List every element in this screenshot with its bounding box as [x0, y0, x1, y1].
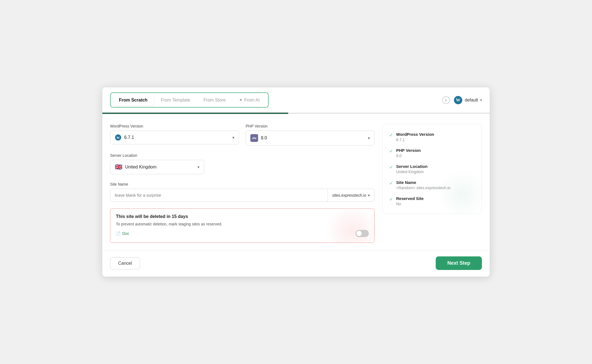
- wordpress-version-value: 6.7.1: [124, 135, 134, 140]
- doc-file-icon: 📄: [116, 231, 121, 236]
- wordpress-version-group: WordPress Version W 6.7.1 ▾: [110, 124, 239, 145]
- summary-php-version-label: PHP Version: [396, 148, 421, 153]
- info-icon[interactable]: i: [442, 96, 450, 104]
- summary-wp-version-label: WordPress Version: [396, 132, 434, 137]
- wordpress-logo: W: [454, 96, 463, 105]
- summary-section: ✓ WordPress Version 6.7.1 ✓ PHP Version …: [382, 124, 482, 243]
- warning-footer: 📄 Doc: [116, 230, 369, 237]
- tab-from-store[interactable]: From Store: [198, 95, 232, 105]
- server-location-group: Server Location 🇬🇧 United Kingdom ▾: [110, 153, 204, 174]
- summary-reserved-value: No: [396, 202, 424, 206]
- server-location-content: 🇬🇧 United Kingdom: [115, 163, 198, 171]
- server-location-select[interactable]: 🇬🇧 United Kingdom ▾: [110, 160, 204, 174]
- domain-value: sites.expresstech.io: [332, 193, 366, 197]
- wp-version-icon: W: [115, 134, 121, 141]
- summary-site-name-label: Site Name: [396, 180, 450, 185]
- check-icon-php: ✓: [389, 149, 393, 154]
- doc-label: Doc: [122, 231, 129, 236]
- summary-item-server-location: ✓ Server Location United Kingdom: [389, 164, 475, 174]
- site-name-group: Site Name sites.expresstech.io ▾: [110, 182, 375, 202]
- site-selector-chevron: ▾: [480, 98, 482, 102]
- tab-from-template[interactable]: From Template: [155, 95, 196, 105]
- summary-item-wp-version: ✓ WordPress Version 6.7.1: [389, 132, 475, 142]
- warning-box: This site will be deleted in 15 days To …: [110, 208, 375, 243]
- php-version-select[interactable]: php 8.0 ▾: [246, 131, 375, 145]
- summary-server-value: United Kingdom: [396, 170, 427, 174]
- summary-item-reserved: ✓ Reserved Site No: [389, 196, 475, 206]
- php-version-group: PHP Version php 8.0 ▾: [246, 124, 375, 145]
- summary-server-label: Server Location: [396, 164, 427, 169]
- check-icon-reserved: ✓: [389, 197, 393, 202]
- modal-body: WordPress Version W 6.7.1 ▾ PHP Ve: [102, 114, 490, 251]
- server-location-chevron: ▾: [198, 165, 199, 169]
- php-badge-icon: php: [250, 134, 258, 142]
- reserved-site-toggle[interactable]: [355, 230, 369, 237]
- check-icon-site: ✓: [389, 181, 393, 186]
- check-icon-wp: ✓: [389, 132, 393, 138]
- doc-link[interactable]: 📄 Doc: [116, 231, 129, 236]
- site-name-input[interactable]: [110, 189, 328, 201]
- progress-bar: [102, 113, 490, 114]
- site-name-wrapper: sites.expresstech.io ▾: [110, 189, 375, 202]
- site-name-label: Site Name: [110, 182, 375, 186]
- summary-php-version-value: 8.0: [396, 154, 421, 158]
- next-step-button[interactable]: Next Step: [436, 256, 482, 270]
- tab-from-ai[interactable]: ✦ From AI: [233, 95, 266, 105]
- form-section: WordPress Version W 6.7.1 ▾ PHP Ve: [110, 124, 375, 243]
- summary-bg-decoration: [437, 170, 482, 214]
- svg-text:W: W: [456, 98, 460, 102]
- modal-footer: Cancel Next Step: [102, 251, 490, 277]
- tab-from-scratch[interactable]: From Scratch: [113, 95, 154, 105]
- wp-site-selector[interactable]: W default ▾: [454, 96, 482, 105]
- warning-description: To prevent automatic deletion, mark stag…: [116, 221, 369, 227]
- server-location-value: United Kingdom: [125, 165, 157, 170]
- summary-site-name-value: <Random>.sites.expresstech.io: [396, 186, 450, 190]
- php-version-content: php 8.0: [250, 134, 368, 142]
- check-icon-server: ✓: [389, 165, 393, 170]
- wordpress-version-select[interactable]: W 6.7.1 ▾: [110, 131, 239, 144]
- warning-title: This site will be deleted in 15 days: [116, 214, 369, 219]
- modal-header: From Scratch From Template From Store ✦ …: [102, 87, 490, 108]
- wordpress-version-content: W 6.7.1: [115, 134, 232, 141]
- summary-wp-version-value: 6.7.1: [396, 137, 434, 142]
- uk-flag-icon: 🇬🇧: [115, 163, 122, 171]
- site-name-domain-selector[interactable]: sites.expresstech.io ▾: [328, 189, 374, 201]
- php-version-label: PHP Version: [246, 124, 375, 128]
- php-version-chevron: ▾: [368, 136, 370, 140]
- summary-card: ✓ WordPress Version 6.7.1 ✓ PHP Version …: [382, 124, 482, 214]
- progress-bar-fill: [102, 113, 288, 114]
- wordpress-version-chevron: ▾: [232, 135, 234, 140]
- domain-chevron: ▾: [368, 193, 370, 197]
- summary-item-php-version: ✓ PHP Version 8.0: [389, 148, 475, 158]
- php-version-value: 8.0: [261, 136, 267, 141]
- summary-item-site-name: ✓ Site Name <Random>.sites.expresstech.i…: [389, 180, 475, 190]
- version-row: WordPress Version W 6.7.1 ▾ PHP Ve: [110, 124, 375, 145]
- tabs-wrapper: From Scratch From Template From Store ✦ …: [110, 92, 269, 108]
- modal-container: From Scratch From Template From Store ✦ …: [102, 87, 490, 277]
- svg-text:W: W: [116, 136, 120, 140]
- summary-reserved-label: Reserved Site: [396, 196, 424, 201]
- cancel-button[interactable]: Cancel: [110, 257, 140, 269]
- header-right: i W default ▾: [442, 96, 482, 105]
- ai-star-icon: ✦: [239, 97, 243, 103]
- site-name-label: default: [465, 98, 478, 103]
- wordpress-version-label: WordPress Version: [110, 124, 239, 128]
- server-location-label: Server Location: [110, 153, 204, 158]
